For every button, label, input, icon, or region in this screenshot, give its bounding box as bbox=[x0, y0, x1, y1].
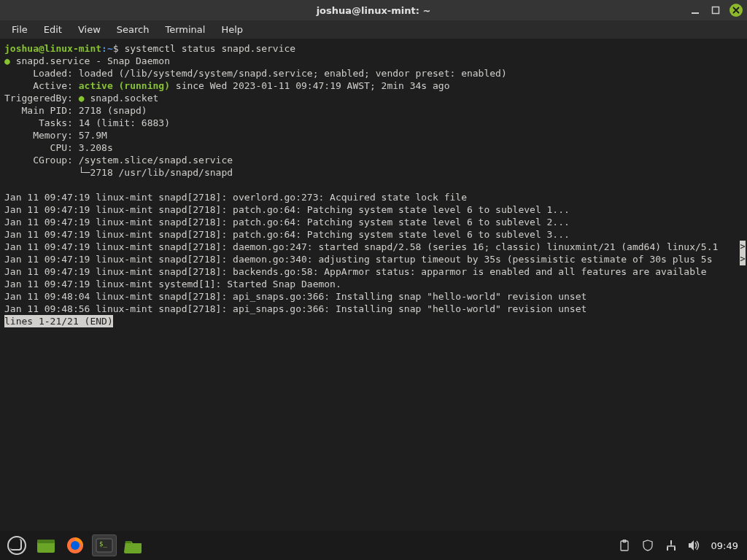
log-line: Jan 11 09:47:19 linux-mint snapd[2718]: … bbox=[4, 266, 707, 277]
menu-search[interactable]: Search bbox=[109, 22, 157, 37]
memory-line: Memory: 57.9M bbox=[4, 130, 107, 141]
show-desktop-button[interactable] bbox=[34, 534, 58, 556]
log-line: Jan 11 09:47:19 linux-mint snapd[2718]: … bbox=[4, 241, 718, 252]
prompt-sep: : bbox=[101, 43, 107, 54]
log-line: Jan 11 09:47:19 linux-mint snapd[2718]: … bbox=[4, 204, 570, 215]
prompt-line: joshua@linux-mint:~$ systemctl status sn… bbox=[4, 43, 295, 54]
cpu-line: CPU: 3.208s bbox=[4, 142, 113, 153]
svg-rect-0 bbox=[692, 12, 699, 14]
prompt-path: ~ bbox=[107, 43, 113, 54]
window-title: joshua@linux-mint: ~ bbox=[317, 5, 431, 16]
loaded-line: Loaded: loaded (/lib/systemd/system/snap… bbox=[4, 68, 507, 79]
network-icon[interactable] bbox=[665, 539, 678, 552]
svg-rect-8 bbox=[125, 541, 131, 543]
prompt-symbol: $ bbox=[113, 43, 119, 54]
mint-logo-icon bbox=[7, 536, 26, 555]
panel-left: $_ bbox=[4, 534, 146, 556]
minimize-button[interactable] bbox=[689, 4, 702, 17]
menu-help[interactable]: Help bbox=[214, 22, 250, 37]
terminal-viewport[interactable]: joshua@linux-mint:~$ systemctl status sn… bbox=[0, 39, 747, 531]
taskbar-terminal[interactable]: $_ bbox=[92, 534, 117, 556]
svg-rect-13 bbox=[674, 547, 676, 551]
menu-bar: File Edit View Search Terminal Help bbox=[0, 20, 747, 39]
start-menu-button[interactable] bbox=[4, 534, 29, 556]
active-status: active (running) bbox=[79, 80, 170, 91]
status-dot-icon: ● bbox=[4, 55, 10, 66]
menu-edit[interactable]: Edit bbox=[36, 22, 69, 37]
menu-file[interactable]: File bbox=[4, 22, 35, 37]
active-line: Active: active (running) since Wed 2023-… bbox=[4, 80, 450, 91]
terminal-window: joshua@linux-mint: ~ File Edit View Sear… bbox=[0, 0, 747, 531]
unit-name: snapd.service - Snap Daemon bbox=[16, 55, 170, 66]
svg-text:$_: $_ bbox=[99, 540, 107, 548]
command-text: systemctl status snapd.service bbox=[124, 43, 295, 54]
window-controls bbox=[689, 4, 743, 17]
prompt-user: joshua@linux-mint bbox=[4, 43, 101, 54]
svg-rect-11 bbox=[670, 540, 672, 544]
menu-terminal[interactable]: Terminal bbox=[158, 22, 212, 37]
volume-icon[interactable] bbox=[688, 539, 701, 552]
triggeredby-line: TriggeredBy: ● snapd.socket bbox=[4, 93, 158, 104]
log-line: Jan 11 09:47:19 linux-mint systemd[1]: S… bbox=[4, 279, 341, 289]
log-line: Jan 11 09:47:19 linux-mint snapd[2718]: … bbox=[4, 192, 467, 203]
maximize-button[interactable] bbox=[709, 4, 722, 17]
socket-dot-icon: ● bbox=[79, 93, 85, 104]
pager-status: lines 1-21/21 (END) bbox=[4, 315, 113, 327]
cgroup-tree-line: └─2718 /usr/lib/snapd/snapd bbox=[4, 167, 233, 178]
svg-rect-1 bbox=[713, 7, 719, 14]
svg-point-5 bbox=[71, 541, 80, 550]
system-tray: 09:49 bbox=[618, 539, 743, 552]
panel-clock[interactable]: 09:49 bbox=[711, 540, 738, 551]
log-line: Jan 11 09:47:19 linux-mint snapd[2718]: … bbox=[4, 217, 570, 228]
svg-rect-3 bbox=[37, 540, 55, 543]
log-line: Jan 11 09:48:04 linux-mint snapd[2718]: … bbox=[4, 291, 587, 302]
log-line: Jan 11 09:47:19 linux-mint snapd[2718]: … bbox=[4, 254, 718, 265]
unit-header: ● snapd.service - Snap Daemon bbox=[4, 55, 170, 66]
line-truncated-icon: > bbox=[740, 241, 746, 253]
shield-icon[interactable] bbox=[641, 539, 654, 552]
close-button[interactable] bbox=[729, 4, 743, 17]
mainpid-line: Main PID: 2718 (snapd) bbox=[4, 105, 147, 116]
menu-view[interactable]: View bbox=[71, 22, 108, 37]
tasks-line: Tasks: 14 (limit: 6883) bbox=[4, 117, 170, 128]
desktop-panel: $_ 09:49 bbox=[0, 531, 747, 560]
svg-rect-12 bbox=[667, 547, 668, 551]
log-line: Jan 11 09:48:56 linux-mint snapd[2718]: … bbox=[4, 303, 587, 314]
log-line: Jan 11 09:47:19 linux-mint snapd[2718]: … bbox=[4, 229, 570, 240]
line-truncated-icon: > bbox=[740, 253, 746, 265]
window-titlebar[interactable]: joshua@linux-mint: ~ bbox=[0, 0, 747, 20]
cgroup-line: CGroup: /system.slice/snapd.service bbox=[4, 155, 233, 166]
firefox-launcher[interactable] bbox=[63, 534, 88, 556]
clipboard-icon[interactable] bbox=[618, 539, 631, 552]
files-launcher[interactable] bbox=[121, 534, 146, 556]
